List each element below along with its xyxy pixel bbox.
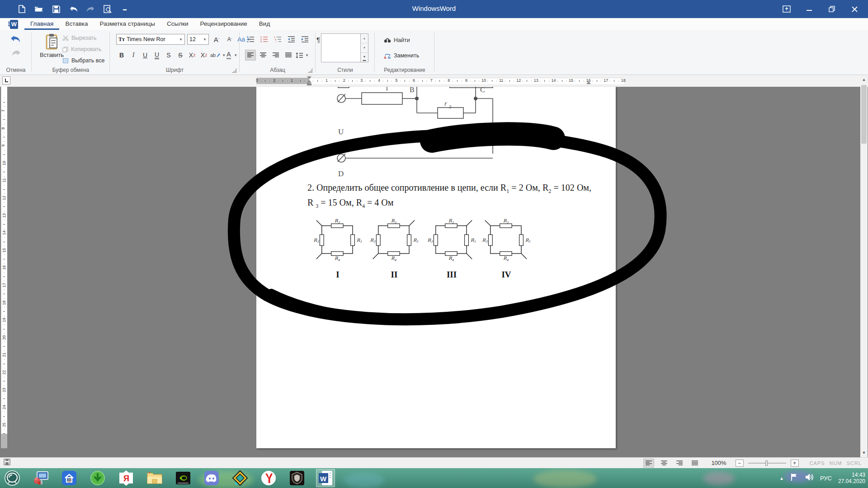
zoom-slider[interactable]: [748, 463, 786, 464]
align-right-button[interactable]: [270, 50, 281, 61]
tab-6[interactable]: Вид: [253, 19, 276, 30]
paragraph-dialog-launcher[interactable]: [308, 68, 312, 73]
group-paragraph: 123 1ai ¶ ▼ Абзац: [240, 30, 316, 75]
world-of-tanks[interactable]: [288, 469, 307, 487]
status-align-left[interactable]: [643, 459, 654, 468]
yandex-browser[interactable]: [259, 469, 278, 487]
select-all-button[interactable]: Выбрать все: [62, 56, 105, 65]
customize-qat-icon[interactable]: ▬: [120, 5, 129, 14]
increase-indent-icon[interactable]: [299, 34, 310, 45]
h-ruler-number: 8: [448, 78, 450, 83]
cut-button[interactable]: Вырезать: [62, 33, 105, 42]
indent-marker[interactable]: [307, 76, 311, 85]
align-center-button[interactable]: [258, 50, 269, 61]
tab-1[interactable]: Главная: [24, 19, 59, 30]
grow-font-button[interactable]: Aˆ: [211, 34, 222, 45]
line-spacing-button[interactable]: ▼: [296, 50, 309, 61]
decrease-indent-icon[interactable]: [286, 34, 297, 45]
font-name-combo[interactable]: Тт Times New Ror▼: [116, 34, 185, 45]
copy-button[interactable]: Копировать: [62, 45, 105, 54]
bold-button[interactable]: B: [116, 50, 127, 61]
open-folder-icon[interactable]: [34, 5, 43, 14]
scroll-thumb[interactable]: [861, 85, 867, 144]
windowsword[interactable]: W: [316, 469, 335, 487]
language-indicator[interactable]: РУС: [820, 475, 832, 482]
justify-button[interactable]: [283, 50, 294, 61]
find-button[interactable]: Найти: [384, 36, 419, 45]
document-page[interactable]: 1 B C r 3 U D 2. Определить общее сопрот…: [256, 87, 616, 448]
font-dialog-launcher[interactable]: [232, 68, 236, 73]
restore-button[interactable]: [822, 2, 842, 16]
align-left-button[interactable]: [245, 50, 256, 61]
v-ruler-number: 19: [2, 318, 6, 322]
status-align-center[interactable]: [659, 459, 670, 468]
volume-icon[interactable]: [805, 473, 814, 483]
tray-time: 14:43: [838, 472, 865, 478]
geforce-experience[interactable]: [174, 469, 193, 487]
replace-button[interactable]: AB Заменить: [384, 51, 419, 60]
h-ruler-number: 12: [516, 78, 521, 83]
numbered-list-icon[interactable]: 123: [259, 34, 269, 45]
save-icon[interactable]: [52, 5, 61, 14]
option-numeral: II: [391, 270, 398, 280]
hidden-icons-chevron[interactable]: ▲: [779, 476, 784, 481]
underline-button[interactable]: U: [140, 50, 151, 61]
torrent-monitor-app[interactable]: [31, 469, 50, 487]
highlight-button[interactable]: ab▼: [210, 50, 226, 61]
home-at-app[interactable]: @: [60, 469, 79, 487]
styles-scroll-down[interactable]: ▼: [361, 43, 368, 52]
double-underline-button[interactable]: U: [151, 50, 162, 61]
close-button[interactable]: [844, 2, 864, 16]
superscript-button[interactable]: X2: [198, 50, 209, 61]
styles-more[interactable]: ▼▬: [361, 52, 368, 64]
tab-4[interactable]: Ссылки: [161, 19, 194, 30]
redo-icon[interactable]: [86, 5, 95, 14]
start-button[interactable]: [3, 469, 22, 487]
tab-5[interactable]: Рецензирование: [194, 19, 253, 30]
v-ruler-number: 20: [2, 335, 6, 340]
h-ruler-number: 2: [343, 78, 345, 83]
collapse-ribbon-icon[interactable]: [777, 2, 797, 16]
window-controls: [777, 0, 864, 18]
zoom-out-button[interactable]: −: [736, 460, 744, 467]
multilevel-list-icon[interactable]: 1ai: [272, 34, 283, 45]
strikethrough-button[interactable]: S: [163, 50, 174, 61]
font-size-combo[interactable]: 12▼: [187, 34, 209, 45]
scroll-down-arrow[interactable]: ▼: [860, 449, 868, 456]
file-explorer[interactable]: [145, 469, 164, 487]
redo-big-icon[interactable]: [12, 50, 21, 58]
styles-gallery[interactable]: [321, 33, 361, 62]
right-indent-marker[interactable]: [586, 81, 591, 84]
group-font: Тт Times New Ror▼ 12▼ Aˆ Aˇ Aa▼ B I U U …: [110, 30, 240, 75]
paste-button[interactable]: Вставить: [40, 33, 64, 58]
discord[interactable]: [202, 469, 221, 487]
print-preview-icon[interactable]: [103, 5, 112, 14]
mediaget-app[interactable]: [88, 469, 107, 487]
new-document-icon[interactable]: [17, 5, 26, 14]
minimize-button[interactable]: [799, 2, 819, 16]
styles-scroll-up[interactable]: ▲: [361, 34, 368, 43]
v-ruler-number: 11: [2, 178, 6, 183]
tab-2[interactable]: Вставка: [59, 19, 94, 30]
action-center-flag-icon[interactable]: [790, 473, 798, 483]
geometry-dash[interactable]: [231, 469, 250, 487]
italic-button[interactable]: I: [128, 50, 139, 61]
shrink-font-button[interactable]: Aˇ: [224, 34, 235, 45]
svg-text:B: B: [388, 56, 391, 59]
undo-icon[interactable]: [69, 5, 78, 14]
undo-big-icon[interactable]: [10, 35, 21, 45]
subscript-button[interactable]: X2: [187, 50, 198, 61]
v-ruler-number: 9: [1, 145, 5, 147]
workspace: 78910111213141516171819202122232425: [0, 87, 868, 457]
zoom-slider-thumb[interactable]: [765, 460, 768, 466]
status-align-right[interactable]: [674, 459, 685, 468]
bullet-list-icon[interactable]: [245, 34, 256, 45]
status-align-justify[interactable]: [689, 459, 700, 468]
strikethrough2-button[interactable]: S: [175, 50, 186, 61]
yandex-app[interactable]: Я: [117, 469, 136, 487]
clock[interactable]: 14:43 27.04.2020: [838, 472, 865, 484]
zoom-in-button[interactable]: +: [791, 460, 799, 467]
scroll-up-arrow[interactable]: ▲: [860, 76, 868, 83]
font-color-button[interactable]: A▼: [226, 50, 237, 61]
tab-3[interactable]: Разметка страницы: [94, 19, 161, 30]
